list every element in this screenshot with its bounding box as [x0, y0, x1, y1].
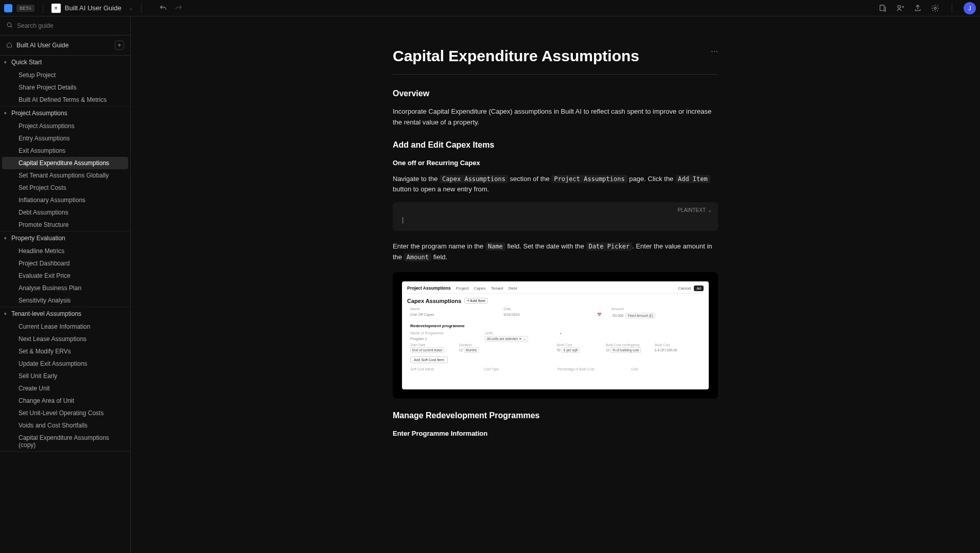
- nav-item[interactable]: Capital Expenditure Assumptions (copy): [0, 432, 130, 451]
- chevron-down-icon: ⌄: [708, 207, 712, 213]
- home-icon: [6, 42, 12, 49]
- nav-item[interactable]: Setup Project: [0, 69, 130, 81]
- divider: [43, 3, 43, 13]
- enter-prog-heading: Enter Programme Information: [393, 430, 718, 437]
- nav-item[interactable]: Sensitivity Analysis: [0, 294, 130, 307]
- add-edit-heading: Add and Edit Capex Items: [393, 140, 718, 150]
- inline-code: Project Assumptions: [551, 175, 627, 183]
- nav-item[interactable]: Share Project Details: [0, 81, 130, 94]
- overview-heading: Overview: [393, 89, 718, 98]
- code-cursor: |: [401, 217, 710, 224]
- nav-item[interactable]: Current Lease Information: [0, 320, 130, 333]
- nav-item[interactable]: Create Unit: [0, 382, 130, 395]
- nav-item[interactable]: Set Unit-Level Operating Costs: [0, 407, 130, 419]
- nav-item[interactable]: Project Assumptions: [0, 120, 130, 132]
- nav-item[interactable]: Inflationary Assumptions: [0, 194, 130, 206]
- svg-point-3: [7, 23, 11, 27]
- search-icon: [6, 22, 13, 30]
- search-row[interactable]: [0, 16, 130, 35]
- nav-item[interactable]: Set Tenant Assumptions Globally: [0, 169, 130, 182]
- nav-item[interactable]: Set & Modify ERVs: [0, 345, 130, 358]
- redo-button[interactable]: [173, 3, 184, 13]
- nav-item[interactable]: Entry Assumptions: [0, 132, 130, 145]
- nav-paragraph: Navigate to the Capex Assumptions sectio…: [393, 174, 718, 195]
- bookmark-icon[interactable]: [878, 3, 888, 13]
- topbar: BETA ≡ Built AI User Guide ⌄: [0, 0, 980, 16]
- one-off-heading: One off or Recurring Capex: [393, 159, 718, 167]
- svg-point-2: [934, 7, 936, 9]
- doc-icon: ≡: [51, 4, 61, 13]
- nav-item[interactable]: Voids and Cost Shortfalls: [0, 419, 130, 432]
- svg-point-1: [898, 5, 900, 8]
- nav-section-header[interactable]: ▾Tenant-level Assumptions: [0, 307, 130, 320]
- beta-badge: BETA: [16, 5, 34, 12]
- nav-section-header[interactable]: ▾Project Assumptions: [0, 106, 130, 120]
- nav-item[interactable]: Analyse Business Plan: [0, 282, 130, 294]
- article-menu-icon[interactable]: ⋯: [711, 47, 718, 56]
- nav-section-title: Property Evaluation: [11, 235, 65, 242]
- nav-section-title: Quick Start: [11, 59, 42, 66]
- divider: [141, 3, 142, 13]
- code-block[interactable]: PLAINTEXT ⌄ |: [393, 202, 718, 231]
- undo-button[interactable]: [158, 3, 168, 13]
- nav-item[interactable]: Next Lease Assumptions: [0, 333, 130, 345]
- chevron-down-icon: ▾: [4, 311, 9, 316]
- chevron-down-icon: ▾: [4, 60, 9, 65]
- manage-heading: Manage Redevelopment Programmes: [393, 411, 718, 420]
- inline-code: Date Picker: [586, 242, 632, 251]
- gear-icon[interactable]: [930, 3, 940, 13]
- inline-code: Capex Assumptions: [440, 175, 508, 183]
- nav-item[interactable]: Promote Structure: [0, 219, 130, 231]
- nav-item[interactable]: Project Dashboard: [0, 257, 130, 270]
- chevron-down-icon: ▾: [4, 111, 9, 116]
- nav-item[interactable]: Sell Unit Early: [0, 370, 130, 382]
- inline-code: Add Item: [675, 175, 710, 183]
- nav-item[interactable]: Headline Metrics: [0, 245, 130, 257]
- nav-item[interactable]: Evaluate Exit Price: [0, 270, 130, 282]
- divider: [952, 3, 952, 13]
- nav-section-title: Project Assumptions: [11, 110, 67, 117]
- sidebar: Built AI User Guide + ▾Quick StartSetup …: [0, 16, 131, 553]
- chevron-down-icon: ▾: [4, 236, 9, 241]
- svg-rect-0: [880, 5, 884, 11]
- add-page-button[interactable]: +: [115, 41, 124, 50]
- guide-title: Built AI User Guide: [16, 42, 111, 49]
- embedded-screenshot: Project Assumptions Project Capex Tenant…: [393, 272, 718, 399]
- nav-item[interactable]: Debt Assumptions: [0, 206, 130, 219]
- mock-title: Project Assumptions: [407, 286, 451, 291]
- enter-paragraph: Enter the program name in the Name field…: [393, 241, 718, 263]
- mock-add-item: + Add item: [464, 298, 488, 304]
- add-user-icon[interactable]: [895, 3, 905, 13]
- nav-item[interactable]: Exit Assumptions: [0, 145, 130, 157]
- inline-code: Name: [485, 242, 505, 251]
- page-title: Capital Expenditure Assumptions: [393, 47, 639, 65]
- guide-header[interactable]: Built AI User Guide +: [0, 35, 130, 56]
- inline-code: Amount: [404, 253, 431, 261]
- nav-section-header[interactable]: ▾Quick Start: [0, 56, 130, 69]
- nav-section-header[interactable]: ▾Property Evaluation: [0, 231, 130, 245]
- content-area: Capital Expenditure Assumptions ⋯ Overvi…: [131, 16, 980, 553]
- doc-title[interactable]: Built AI User Guide: [65, 4, 121, 12]
- nav-item[interactable]: Built AI Defined Terms & Metrics: [0, 94, 130, 106]
- nav-section-title: Tenant-level Assumptions: [11, 310, 81, 317]
- nav-item[interactable]: Capital Expenditure Assumptions: [2, 157, 128, 169]
- nav-item[interactable]: Set Project Costs: [0, 182, 130, 194]
- avatar[interactable]: J: [964, 2, 976, 14]
- search-input[interactable]: [17, 22, 124, 29]
- nav-item[interactable]: Change Area of Unit: [0, 395, 130, 407]
- mock-add: Ad: [694, 286, 704, 291]
- share-icon[interactable]: [913, 3, 923, 13]
- overview-text: Incorporate Capital Expenditure (Capex) …: [393, 106, 718, 128]
- chevron-down-icon[interactable]: ⌄: [129, 5, 133, 11]
- app-logo[interactable]: [4, 4, 12, 12]
- nav-item[interactable]: Update Exit Assumptions: [0, 358, 130, 370]
- mock-cancel: Cancel: [678, 286, 691, 291]
- code-language-selector[interactable]: PLAINTEXT ⌄: [678, 207, 712, 213]
